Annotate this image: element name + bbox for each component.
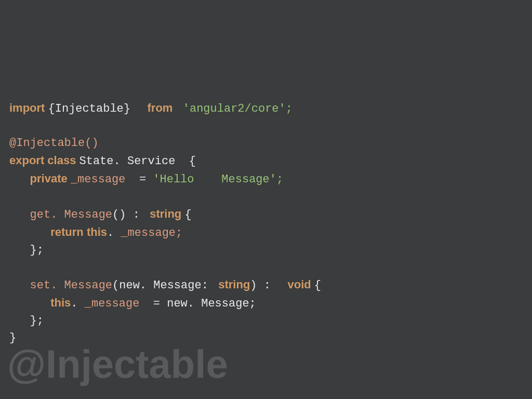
indent xyxy=(9,297,50,310)
method-name: set. Message xyxy=(30,279,112,292)
brace: }; xyxy=(30,314,44,327)
brace: }; xyxy=(30,244,44,257)
indent xyxy=(9,173,30,186)
identifier: {Injectable} xyxy=(48,102,144,115)
field-ref: _message xyxy=(85,297,147,310)
string-literal: 'Hello xyxy=(153,173,215,186)
punct: () : xyxy=(112,208,147,221)
class-name: State. Service xyxy=(79,155,182,168)
indent xyxy=(9,244,30,257)
decorator: @Injectable() xyxy=(9,137,99,150)
field-name: _message xyxy=(71,173,132,186)
punct: . xyxy=(107,227,121,240)
code-block: import {Injectable} from 'angular2/core'… xyxy=(9,82,321,347)
keyword-import: import xyxy=(9,101,48,114)
field-ref: _message; xyxy=(121,227,189,240)
string-literal: Message'; xyxy=(215,173,283,186)
type-void: void xyxy=(284,278,314,291)
brace: { xyxy=(182,155,196,168)
punct: . xyxy=(71,297,84,310)
indent xyxy=(9,314,30,327)
keyword-from: from xyxy=(144,101,176,114)
param-name: new. Message: xyxy=(119,279,215,292)
string-literal: 'angular2/core'; xyxy=(176,102,292,115)
punct: ) : xyxy=(250,279,284,292)
method-name: get. Message xyxy=(30,208,112,221)
punct: ( xyxy=(112,279,119,292)
keyword-export-class: export class xyxy=(9,154,79,167)
keyword-private: private xyxy=(30,172,71,185)
operator: = xyxy=(147,297,167,310)
indent xyxy=(9,279,30,292)
brace: { xyxy=(184,208,191,221)
value: new. Message; xyxy=(167,297,263,310)
indent xyxy=(9,227,50,240)
brace: { xyxy=(314,279,321,292)
type-string: string xyxy=(215,278,250,291)
keyword-this: this xyxy=(50,296,71,309)
type-string: string xyxy=(147,207,184,220)
operator: = xyxy=(132,173,153,186)
slide-title: @Injectable xyxy=(7,341,228,387)
keyword-return-this: return this xyxy=(50,225,107,238)
indent xyxy=(9,208,30,221)
